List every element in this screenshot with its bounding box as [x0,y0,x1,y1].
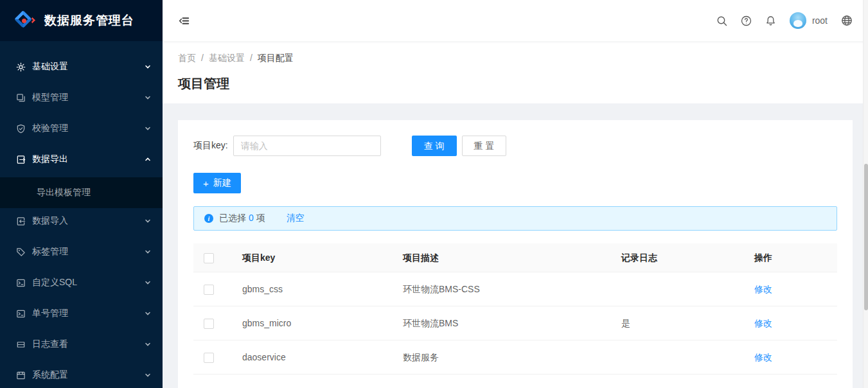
selection-text: 已选择0项 [219,213,265,224]
clear-selection-link[interactable]: 清空 [287,213,305,224]
sidebar-item-label: 基础设置 [32,61,145,73]
sidebar-item-label: 系统配置 [32,369,145,381]
app-logo[interactable]: 数据服务管理台 [0,0,163,41]
column-header-record-log: 记录日志 [611,243,744,272]
table-header-row: 项目key 项目描述 记录日志 操作 [193,243,837,272]
sidebar-subitem-export-template-management[interactable]: 导出模板管理 [0,177,163,208]
sidebar-item-tag-management[interactable]: 标签管理 [0,239,163,265]
chevron-down-icon [145,249,151,255]
project-table: 项目key 项目描述 记录日志 操作 gbms_css 环世物流BMS-CSS … [193,243,837,375]
search-icon[interactable] [716,15,727,26]
sidebar-item-basic-settings[interactable]: 基础设置 [0,54,163,80]
scrollbar-thumb[interactable] [864,164,868,310]
edit-link[interactable]: 修改 [754,318,772,328]
chevron-down-icon [145,218,151,224]
question-circle-icon[interactable] [741,15,752,26]
column-header-actions: 操作 [744,243,837,272]
column-header-project-desc: 项目描述 [393,243,611,272]
page-header: 首页 / 基础设置 / 项目配置 项目管理 [163,41,868,103]
chevron-down-icon [145,125,151,132]
tag-icon [15,247,26,257]
sidebar-item-label: 校验管理 [32,123,145,134]
app-title: 数据服务管理台 [44,12,134,29]
selection-alert: i 已选择0项 清空 [193,206,837,231]
chevron-down-icon [145,341,151,348]
terminal-icon [15,278,26,288]
export-icon [15,155,26,164]
globe-icon[interactable] [841,15,853,26]
row-checkbox[interactable] [204,285,214,295]
cell-record-log [611,272,744,306]
sidebar-item-model-management[interactable]: 模型管理 [0,85,163,110]
page-title: 项目管理 [178,75,853,93]
sidebar-item-order-number-management[interactable]: 单号管理 [0,301,163,326]
cell-project-desc: 环世物流BMS-CSS [393,272,611,306]
breadcrumb: 首页 / 基础设置 / 项目配置 [178,51,853,64]
sidebar-item-system-config[interactable]: 系统配置 [0,362,163,388]
page-scrollbar[interactable] [863,0,868,388]
sidebar-item-label: 日志查看 [32,339,145,350]
menu-fold-icon[interactable] [178,15,190,27]
column-header-project-key: 项目key [232,243,393,272]
sidebar-item-custom-sql[interactable]: 自定义SQL [0,270,163,295]
breadcrumb-item-basic-settings[interactable]: 基础设置 [209,51,245,64]
cell-record-log [611,340,744,375]
cell-project-desc: 数据服务 [393,340,611,375]
sidebar-item-label: 标签管理 [32,246,145,258]
bell-icon[interactable] [765,15,776,26]
sidebar-item-validation-management[interactable]: 校验管理 [0,116,163,141]
table-row: daoservice 数据服务 修改 [193,340,837,375]
sidebar: 数据服务管理台 基础设置 模型管理 校验管理 [0,0,163,388]
cell-project-key: daoservice [232,340,393,375]
logo-diamond-icon [13,9,36,32]
project-key-label: 项目key: [193,140,228,152]
system-panel-icon [15,371,26,380]
chevron-down-icon [145,64,151,70]
chevron-down-icon [145,372,151,378]
import-icon [15,216,26,226]
selection-count: 0 [249,213,254,223]
table-row: gbms_css 环世物流BMS-CSS 修改 [193,272,837,306]
reset-button[interactable]: 重 置 [462,136,507,156]
project-card: 项目key: 查 询 重 置 + 新建 i 已选择0项 清空 [178,120,853,388]
new-button[interactable]: + 新建 [193,173,241,193]
cell-project-key: gbms_css [232,272,393,306]
select-all-checkbox[interactable] [204,253,214,263]
search-button[interactable]: 查 询 [412,136,457,156]
content-area: 项目key: 查 询 重 置 + 新建 i 已选择0项 清空 [163,103,868,388]
user-menu[interactable]: root [790,12,828,29]
shield-check-icon [15,124,26,134]
plus-icon: + [203,179,209,188]
cell-project-key: gbms_micro [232,306,393,340]
sidebar-item-data-export[interactable]: 数据导出 [0,146,163,172]
log-lines-icon [15,340,26,349]
edit-link[interactable]: 修改 [754,352,772,362]
sidebar-item-label: 单号管理 [32,308,145,319]
chevron-down-icon [145,94,151,101]
topbar-actions: root [716,12,853,29]
project-key-input[interactable] [233,136,381,156]
avatar [790,12,806,29]
table-row: gbms_micro 环世物流BMS 是 修改 [193,306,837,340]
cell-project-desc: 环世物流BMS [393,306,611,340]
sidebar-subitem-label: 导出模板管理 [37,187,163,198]
row-checkbox[interactable] [204,353,214,363]
main-area: root 首页 / 基础设置 / 项目配置 项目管理 项目key: 查 询 重 … [163,0,868,388]
filter-form: 项目key: 查 询 重 置 [193,136,837,156]
breadcrumb-separator: / [201,51,204,64]
sidebar-menu: 基础设置 模型管理 校验管理 [0,41,163,388]
sidebar-item-label: 自定义SQL [32,277,145,288]
row-checkbox[interactable] [204,319,214,329]
info-circle-icon: i [204,214,213,223]
breadcrumb-separator: / [250,51,252,64]
edit-link[interactable]: 修改 [754,284,772,294]
breadcrumb-item-home[interactable]: 首页 [178,51,196,64]
sidebar-item-label: 数据导出 [32,154,145,165]
top-bar: root [163,0,868,41]
username: root [812,15,828,26]
model-icon [15,93,26,103]
sidebar-item-data-import[interactable]: 数据导入 [0,208,163,234]
sidebar-item-log-view[interactable]: 日志查看 [0,331,163,357]
breadcrumb-item-project-config: 项目配置 [258,51,294,64]
sidebar-item-label: 数据导入 [32,215,145,227]
